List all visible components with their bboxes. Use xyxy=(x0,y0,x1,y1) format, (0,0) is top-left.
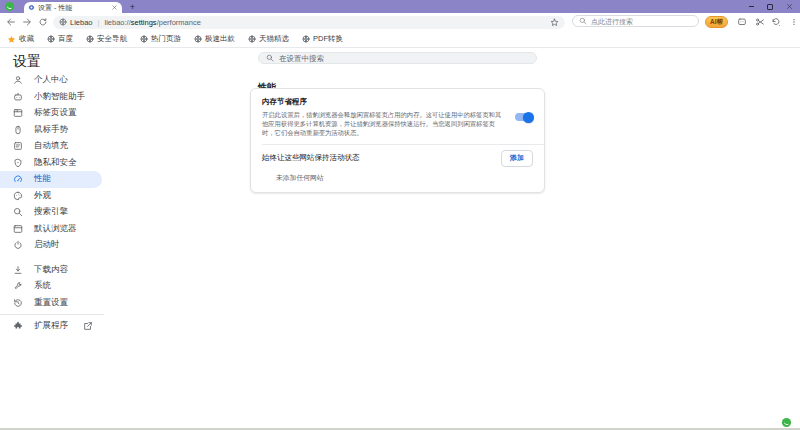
site-info-globe-icon[interactable] xyxy=(59,18,67,26)
sidebar-item-assistant[interactable]: 小豹智能助手 xyxy=(0,89,102,106)
download-icon xyxy=(13,265,23,275)
add-site-button[interactable]: 添加 xyxy=(501,150,533,167)
url-scheme: liebao:// xyxy=(104,18,130,27)
speedometer-icon xyxy=(13,174,23,184)
quick-search-input[interactable] xyxy=(591,18,692,25)
keep-active-label: 始终让这些网站保持活动状态 xyxy=(262,153,360,163)
memory-saver-row: 内存节省程序 开启此设置后，猎豹浏览器会释放闲置标签页占用的内存。这可让使用中的… xyxy=(251,89,544,144)
bookmark-item[interactable]: PDF转换 xyxy=(302,34,343,44)
sidebar-item-tab-settings[interactable]: 标签页设置 xyxy=(0,105,102,122)
puzzle-icon xyxy=(13,321,23,331)
scissors-screenshot-icon[interactable] xyxy=(755,17,765,27)
sidebar-item-privacy-security[interactable]: 隐私和安全 xyxy=(0,155,102,172)
sidebar-item-label: 小豹智能助手 xyxy=(34,91,85,103)
person-icon xyxy=(13,75,23,85)
browser-tab-settings[interactable]: 设置 - 性能 xyxy=(24,2,122,13)
settings-search-input[interactable] xyxy=(279,54,529,63)
ai-assistant-badge[interactable]: AI帮 xyxy=(705,16,728,28)
tabs-icon xyxy=(13,108,23,118)
chat-assistant-icon[interactable] xyxy=(737,17,747,27)
sidebar-item-autofill[interactable]: 自动填充 xyxy=(0,138,102,155)
sidebar-item-label: 重置设置 xyxy=(34,297,68,309)
bookmark-item[interactable]: 安全导航 xyxy=(86,34,127,44)
globe-icon xyxy=(248,35,256,43)
sidebar-item-performance[interactable]: 性能 xyxy=(0,171,102,188)
sidebar-item-extensions[interactable]: 扩展程序 xyxy=(0,318,102,335)
memory-saver-toggle[interactable] xyxy=(515,113,533,121)
restore-tabs-icon[interactable] xyxy=(771,17,781,27)
bookmark-label: 安全导航 xyxy=(97,34,127,44)
bookmark-label: 热门页游 xyxy=(151,34,181,44)
form-autofill-icon xyxy=(13,141,23,151)
reload-icon[interactable] xyxy=(38,17,48,27)
sidebar-item-mouse-gestures[interactable]: 鼠标手势 xyxy=(0,122,102,139)
magnifier-icon xyxy=(13,207,23,217)
sidebar-item-reset-settings[interactable]: 重置设置 xyxy=(0,295,102,312)
bookmark-label: 天猫精选 xyxy=(259,34,289,44)
window-controls xyxy=(749,0,797,13)
wrench-icon xyxy=(13,281,23,291)
bookmark-item[interactable]: 百度 xyxy=(47,34,73,44)
globe-icon xyxy=(140,35,148,43)
bookmark-label: 百度 xyxy=(58,34,73,44)
bookmark-item[interactable]: 天猫精选 xyxy=(248,34,289,44)
sidebar-item-label: 启动时 xyxy=(34,239,60,251)
bookmark-item[interactable]: 热门页游 xyxy=(140,34,181,44)
power-icon xyxy=(13,240,23,250)
mouse-icon xyxy=(13,125,23,135)
favorites-button[interactable]: 收藏 xyxy=(7,34,34,44)
bookmarks-bar: 收藏 百度 安全导航 热门页游 极速出款 天猫精选 PDF转换 xyxy=(0,31,800,48)
settings-page: 设置 个人中心 小豹智能助手 标签页设置 鼠标手势 xyxy=(0,48,800,428)
sidebar-item-on-startup[interactable]: 启动时 xyxy=(0,237,102,254)
sidebar-item-default-browser[interactable]: 默认浏览器 xyxy=(0,221,102,238)
url-path: /performance xyxy=(157,18,201,27)
sidebar-item-label: 个人中心 xyxy=(34,74,68,86)
sidebar-item-label: 系统 xyxy=(34,280,51,292)
sidebar-item-label: 下载内容 xyxy=(34,264,68,276)
empty-sites-row: 未添加任何网站 xyxy=(251,172,544,192)
sidebar-item-label: 搜索引擎 xyxy=(34,206,68,218)
sidebar-item-search-engine[interactable]: 搜索引擎 xyxy=(0,204,102,221)
palette-icon xyxy=(13,191,23,201)
new-tab-button[interactable]: + xyxy=(127,2,138,13)
close-window-icon[interactable] xyxy=(786,3,793,10)
liebao-float-widget-icon[interactable] xyxy=(781,417,792,428)
search-icon xyxy=(266,54,274,62)
sidebar-item-label: 鼠标手势 xyxy=(34,124,68,136)
shield-icon xyxy=(13,158,23,168)
forward-icon[interactable] xyxy=(22,17,32,27)
bookmark-star-icon[interactable] xyxy=(550,18,559,27)
nav-group-gap xyxy=(0,254,800,262)
globe-icon xyxy=(194,35,202,43)
minimize-icon[interactable] xyxy=(749,6,754,7)
sidebar-item-appearance[interactable]: 外观 xyxy=(0,188,102,205)
globe-icon xyxy=(302,35,310,43)
bookmark-item[interactable]: 极速出款 xyxy=(194,34,235,44)
tab-close-icon[interactable] xyxy=(111,4,118,11)
browser-window-icon xyxy=(13,224,23,234)
sidebar-item-label: 标签页设置 xyxy=(34,107,77,119)
nav-divider xyxy=(0,314,104,315)
page-url: liebao://settings/performance xyxy=(104,18,200,27)
sidebar-item-downloads[interactable]: 下载内容 xyxy=(0,262,102,279)
performance-card: 内存节省程序 开启此设置后，猎豹浏览器会释放闲置标签页占用的内存。这可让使用中的… xyxy=(250,88,545,193)
sidebar-item-label: 自动填充 xyxy=(34,140,68,152)
quick-search-box[interactable] xyxy=(572,15,699,27)
menu-kebab-icon[interactable] xyxy=(790,17,798,27)
settings-gear-favicon-icon xyxy=(28,4,35,11)
globe-icon xyxy=(86,35,94,43)
sidebar-item-system[interactable]: 系统 xyxy=(0,278,102,295)
sidebar-item-label: 隐私和安全 xyxy=(34,157,77,169)
back-icon[interactable] xyxy=(6,17,16,27)
address-bar[interactable]: Liebao | liebao://settings/performance xyxy=(53,16,565,29)
settings-search-box[interactable] xyxy=(258,52,537,64)
sidebar-item-label: 扩展程序 xyxy=(34,320,68,332)
sidebar-item-label: 外观 xyxy=(34,190,51,202)
memory-saver-title: 内存节省程序 xyxy=(262,97,507,107)
sidebar-item-personal-center[interactable]: 个人中心 xyxy=(0,72,102,89)
maximize-icon[interactable] xyxy=(767,4,773,10)
external-link-icon xyxy=(83,321,93,331)
site-label: Liebao xyxy=(70,18,93,27)
search-icon xyxy=(579,17,587,25)
url-host: settings xyxy=(131,18,157,27)
